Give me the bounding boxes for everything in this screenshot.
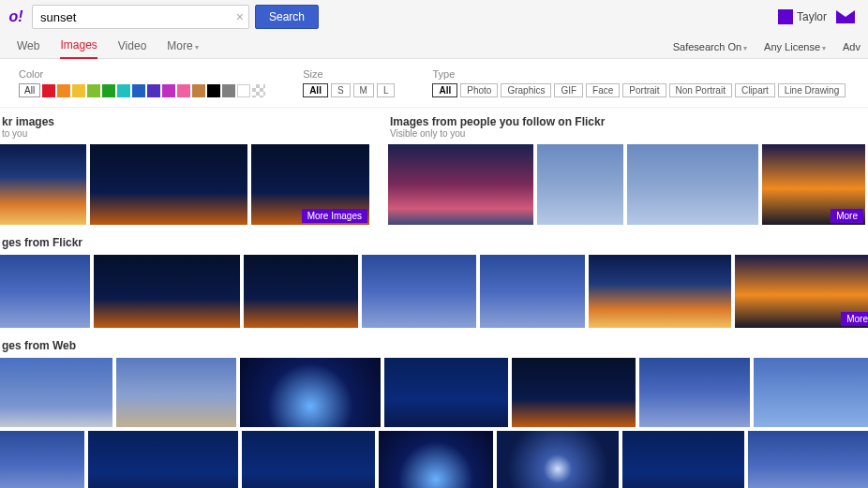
type-chip[interactable]: Face (586, 83, 620, 97)
image-result[interactable] (748, 431, 868, 488)
image-result[interactable] (116, 358, 236, 427)
color-swatch[interactable] (132, 84, 145, 97)
size-chip[interactable]: S (331, 83, 351, 97)
type-chip[interactable]: Photo (460, 83, 498, 97)
more-button[interactable]: More (841, 312, 868, 326)
section-title-flickr-follow: Images from people you follow on Flickr (390, 115, 868, 128)
image-result[interactable]: More (735, 255, 868, 328)
color-swatch[interactable] (72, 84, 85, 97)
user-name: Taylor (797, 10, 827, 23)
mail-icon[interactable] (836, 10, 855, 23)
image-result[interactable] (497, 431, 619, 488)
color-swatch[interactable] (147, 84, 160, 97)
image-result[interactable] (90, 144, 247, 225)
image-result[interactable] (0, 431, 84, 488)
size-filter: Size AllSML (303, 68, 395, 97)
size-chip[interactable]: L (377, 83, 396, 97)
type-filter: Type AllPhotoGraphicsGIFFacePortraitNon … (432, 68, 846, 97)
tab-images[interactable]: Images (60, 35, 97, 59)
image-result[interactable] (589, 255, 731, 328)
more-images-button[interactable]: More Images (302, 209, 367, 223)
image-result[interactable] (622, 431, 744, 488)
image-result[interactable] (480, 255, 585, 328)
image-result[interactable] (242, 431, 375, 488)
clear-search-icon[interactable]: × (236, 9, 244, 24)
type-chip[interactable]: GIF (554, 83, 583, 97)
color-swatch-transparent[interactable] (252, 84, 265, 97)
color-swatch[interactable] (102, 84, 115, 97)
image-result[interactable] (379, 431, 493, 488)
size-chip[interactable]: M (353, 83, 374, 97)
image-result[interactable] (639, 358, 750, 427)
tab-web[interactable]: Web (17, 36, 39, 58)
image-result[interactable] (754, 358, 868, 427)
color-swatch[interactable] (177, 84, 190, 97)
image-result[interactable] (94, 255, 240, 328)
image-result[interactable] (512, 358, 636, 427)
image-result[interactable] (388, 144, 533, 225)
more-button[interactable]: More (831, 209, 863, 223)
color-swatch[interactable] (42, 84, 55, 97)
yahoo-logo-icon[interactable]: o! (6, 7, 26, 27)
image-result[interactable] (537, 144, 623, 225)
search-input[interactable] (32, 5, 249, 29)
color-swatch[interactable] (162, 84, 175, 97)
color-filter: Color All (19, 68, 265, 97)
image-result[interactable] (0, 358, 112, 427)
type-chip[interactable]: Portrait (622, 83, 666, 97)
image-result[interactable] (627, 144, 758, 225)
user-menu[interactable]: Taylor (778, 9, 827, 24)
image-result[interactable]: More Images (251, 144, 369, 225)
color-all[interactable]: All (19, 83, 40, 97)
size-chip[interactable]: All (303, 83, 328, 97)
section-title-web: ges from Web (2, 339, 868, 352)
color-swatch[interactable] (87, 84, 100, 97)
tab-video[interactable]: Video (118, 36, 146, 58)
type-chip[interactable]: All (432, 83, 457, 97)
safesearch-toggle[interactable]: Safesearch On▾ (673, 41, 747, 52)
color-swatch[interactable] (57, 84, 70, 97)
color-swatch[interactable] (192, 84, 205, 97)
tab-more[interactable]: More▾ (167, 36, 198, 58)
chevron-down-icon: ▾ (195, 43, 199, 52)
type-chip[interactable]: Non Portrait (669, 83, 732, 97)
image-result[interactable] (240, 358, 381, 427)
color-swatch[interactable] (237, 84, 250, 97)
search-button[interactable]: Search (255, 5, 319, 29)
color-swatch[interactable] (222, 84, 235, 97)
section-title-flickr-self: kr images (2, 115, 373, 128)
image-result[interactable] (0, 255, 90, 328)
image-result[interactable] (384, 358, 508, 427)
section-title-flickr: ges from Flickr (2, 236, 868, 249)
color-swatch[interactable] (207, 84, 220, 97)
avatar-icon (778, 9, 793, 24)
image-result[interactable] (88, 431, 238, 488)
type-chip[interactable]: Line Drawing (778, 83, 846, 97)
image-result[interactable] (244, 255, 358, 328)
image-result[interactable] (0, 144, 86, 225)
license-filter[interactable]: Any License▾ (764, 41, 826, 52)
type-chip[interactable]: Graphics (501, 83, 551, 97)
type-chip[interactable]: Clipart (735, 83, 775, 97)
image-result[interactable]: More (762, 144, 865, 225)
color-swatch[interactable] (117, 84, 130, 97)
advanced-link[interactable]: Adv (843, 41, 861, 52)
image-result[interactable] (362, 255, 476, 328)
